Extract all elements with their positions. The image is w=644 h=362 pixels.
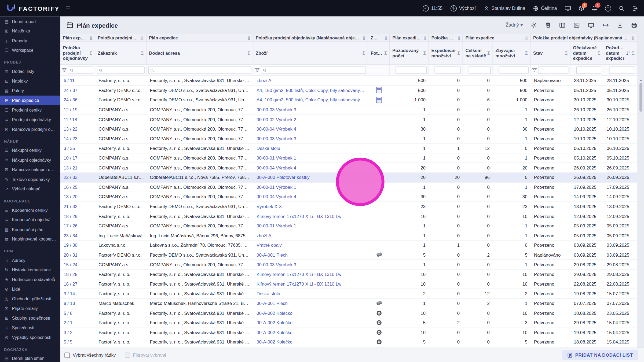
table-row[interactable]: 13 / 21COMPANY a.s.COMPANY a.s., Olomouc…	[60, 163, 638, 173]
cell-goods[interactable]: 00-00-01 Výrobek 1	[253, 221, 368, 231]
column-group-header[interactable]: Položka prodejní objednávky (Naplánovaná…	[253, 34, 368, 42]
table-row[interactable]: 23 / 34Ing. Lucie MaňáskováIng. Lucie Ma…	[60, 231, 638, 241]
cell-order-item[interactable]: 16 / 25	[60, 182, 95, 192]
user-menu[interactable]: Stanislav Dulina	[484, 6, 525, 11]
column-header-required-date[interactable]: Požad… datum expediceΣ	[603, 42, 637, 64]
sidebar-item-kooperační-ceníky[interactable]: ☰Kooperační ceníky	[0, 205, 60, 215]
preset-dropdown[interactable]: Žádný▾	[506, 22, 523, 28]
scroll-up-arrow[interactable]: ▲	[639, 78, 642, 82]
scrollbar-thumb[interactable]	[639, 83, 642, 112]
sidebar-item-naplánované-kooperačn[interactable]: ▤Naplánované kooperačn…	[0, 234, 60, 244]
table-row[interactable]: 18 / 28Factorify, s. r. o.Factorify, s. …	[60, 269, 638, 279]
equals-filter-icon[interactable]: =	[495, 68, 497, 73]
equals-filter-icon[interactable]: =	[431, 68, 433, 73]
cell-order-item[interactable]: 17 / 26	[60, 221, 95, 231]
drag-handle-icon[interactable]: ⣿	[384, 36, 387, 40]
filter-input[interactable]	[434, 67, 461, 74]
cell-goods[interactable]: Výrobek X-X	[253, 202, 368, 211]
column-header-order-item[interactable]: Položka prodejní objednávkyΣ	[60, 42, 95, 64]
filter-input[interactable]	[68, 67, 93, 74]
drag-handle-icon[interactable]: ⣿	[632, 36, 635, 40]
metal-thumbnail-icon[interactable]	[368, 299, 390, 308]
filter-text-input[interactable]	[268, 68, 364, 72]
notifications-bell-icon[interactable]: 1	[592, 5, 597, 11]
aggregate-sigma-icon[interactable]: Σ	[90, 50, 92, 56]
sidebar-item-plán-expedice[interactable]: ⊟Plán expedice	[0, 95, 60, 105]
column-group-header[interactable]: Položka prodejní …⣿	[95, 34, 147, 42]
sidebar-item-prodejní-objednávky[interactable]: ≡Prodejní objednávky	[0, 115, 60, 124]
filter-text-input[interactable]	[155, 68, 249, 72]
cell-order-item[interactable]: 2 / 1	[60, 318, 95, 327]
sidebar-item-denní-report[interactable]: ▤Denní report	[0, 16, 60, 26]
filter-funnel-icon[interactable]	[62, 68, 67, 72]
aggregate-sigma-icon[interactable]: Σ	[565, 50, 568, 56]
cell-order-item[interactable]: 3 / 14	[60, 289, 95, 298]
column-group-header[interactable]: Z…⣿	[368, 34, 390, 42]
cell-order-item[interactable]: 18 / 28	[60, 269, 95, 279]
table-row[interactable]: 3 / 35Factorify, s. r. o.Factorify, s. r…	[60, 144, 638, 153]
table-row[interactable]: 17 / 26COMPANY a.s.COMPANY a.s., Olomouc…	[60, 221, 638, 231]
sidebar-item-reporty[interactable]: ◫Reporty	[0, 36, 60, 45]
table-row[interactable]: 19 / 30Lakovna s.r.o.Lakovna s.r.o., Zah…	[60, 241, 638, 250]
equals-filter-icon[interactable]: =	[465, 68, 467, 73]
filter-funnel-icon[interactable]	[255, 68, 259, 72]
table-row[interactable]: 22 / 33OdběratelABC11 s.r.o.OdběratelABC…	[60, 173, 638, 182]
aggregate-sigma-icon[interactable]: Σ	[363, 50, 365, 56]
cell-goods[interactable]: 00-00-03 Výrobek 3	[253, 260, 368, 269]
sidebar-item-rámcové-nákupní-objed[interactable]: ⊠Rámcové nákupní objed…	[0, 165, 60, 175]
filter-input[interactable]	[396, 67, 427, 74]
aggregate-sigma-icon[interactable]: Σ	[632, 50, 634, 56]
sidebar-item-workspace[interactable]: ❏Workspace	[0, 45, 60, 55]
cell-goods[interactable]: 00-A-001 Plech	[253, 299, 368, 308]
sidebar-item-hodnocení-dodavatelů[interactable]: ★Hodnocení dodavatelů	[0, 275, 60, 284]
cell-goods[interactable]: 00-A-002 Kolečko	[253, 337, 368, 347]
column-header-status[interactable]: StavΣ	[531, 42, 570, 64]
cell-goods[interactable]: 00-00-01 Výrobek 1	[253, 182, 368, 192]
help-icon[interactable]: ?	[605, 5, 611, 11]
table-row[interactable]: 18 / 29Factorify, s. r. o.Factorify, s. …	[60, 212, 638, 221]
column-group-header[interactable]: Položka …⣿	[429, 34, 463, 42]
cell-order-item[interactable]: 22 / 33	[60, 173, 95, 182]
cell-order-item[interactable]: 11 / 18	[60, 115, 95, 124]
column-header-customer[interactable]: ZákazníkΣ	[95, 42, 147, 64]
aggregate-sigma-icon[interactable]: Σ	[525, 50, 528, 56]
package-icon[interactable]: 1	[579, 5, 584, 11]
sidebar-item-nákupní-ceníky[interactable]: ☰Nákupní ceníky	[0, 146, 60, 155]
column-group-header[interactable]: Plán expedice⣿	[147, 34, 253, 42]
cell-goods[interactable]: zboží A	[253, 231, 368, 240]
cell-goods[interactable]: Klínový řemen 17x1270 X Li - BX 1310 Lw	[253, 269, 368, 279]
table-row[interactable]: 13 / 22COMPANY a.s.COMPANY a.s., Olomouc…	[60, 124, 638, 134]
display-icon[interactable]	[565, 6, 571, 11]
sidebar-item-společnosti[interactable]: ⌂Společnosti	[0, 323, 60, 333]
paper-thumbnail-icon[interactable]	[368, 95, 390, 105]
cell-order-item[interactable]: 5 / 5	[60, 337, 95, 347]
sidebar-item-historie-komunikace[interactable]: ↻Historie komunikace	[0, 265, 60, 275]
expand-horizontal-icon[interactable]	[602, 21, 609, 29]
table-row[interactable]: 13 / 20COMPANY a.s.COMPANY a.s., Olomouc…	[60, 192, 638, 202]
cell-order-item[interactable]: 21 / 32	[60, 202, 95, 211]
aggregate-sigma-icon[interactable]: Σ	[598, 50, 600, 56]
sidebar-item-nabídky[interactable]: ⊡Nabídky	[0, 76, 60, 86]
cell-goods[interactable]: zboží A	[253, 76, 368, 85]
drag-handle-icon[interactable]: ⣿	[525, 36, 528, 40]
table-row[interactable]: 8 / 13Marco MatuschekMarco Matuschek, Ha…	[60, 299, 638, 308]
paper-thumbnail-icon[interactable]	[368, 86, 390, 95]
language-menu[interactable]: Čeština	[533, 6, 557, 11]
drag-handle-icon[interactable]: ⣿	[90, 36, 92, 40]
settings-gear-icon[interactable]	[530, 21, 537, 29]
aggregate-sigma-icon[interactable]: Σ	[487, 50, 490, 56]
drag-handle-icon[interactable]: ⣿	[248, 36, 250, 40]
filter-input[interactable]	[97, 67, 144, 74]
sidebar-item-výhled-nákupů[interactable]: ↗Výhled nákupů	[0, 184, 60, 194]
filter-text-input[interactable]	[397, 68, 425, 72]
sort-descending-icon[interactable]	[625, 51, 630, 56]
cell-order-item[interactable]: 20 / 31	[60, 250, 95, 260]
equals-filter-icon[interactable]: =	[605, 68, 608, 73]
drag-handle-icon[interactable]: ⣿	[458, 36, 460, 40]
cell-order-item[interactable]: 13 / 22	[60, 124, 95, 134]
select-all-rows-checkbox[interactable]: Vybrat všechny řádky	[64, 352, 116, 358]
column-header-address[interactable]: Dodací adresaΣ	[147, 42, 253, 64]
filter-input[interactable]	[148, 67, 251, 74]
drag-handle-icon[interactable]: ⣿	[423, 36, 426, 40]
aggregate-sigma-icon[interactable]: Σ	[141, 50, 144, 56]
